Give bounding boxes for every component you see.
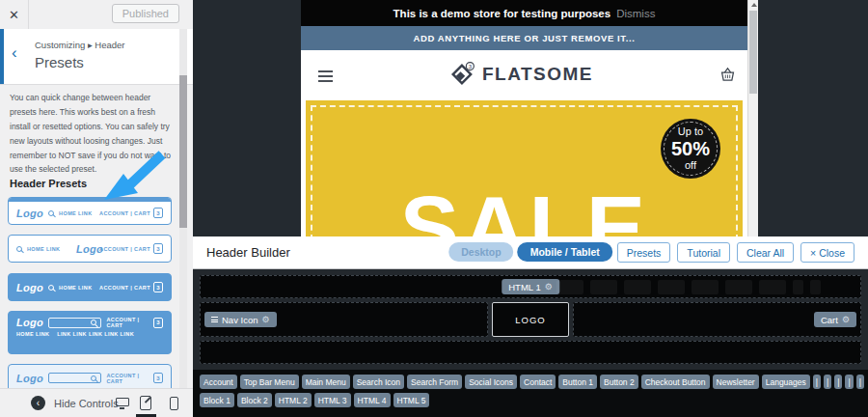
palette-item-html-3[interactable]: HTML 3 [314,393,351,407]
palette-item-search-form[interactable]: Search Form [407,375,462,389]
cart-element-chip[interactable]: Cart ⚙ [814,312,856,327]
x-icon: ✕ [9,9,19,21]
site-logo[interactable]: 3 FLATSOME [448,61,593,88]
builder-main-row: Nav Icon ⚙ LOGO Cart ⚙ [200,302,861,337]
collapse-sidebar-button[interactable]: ‹ [31,396,45,410]
search-icon [16,246,22,252]
chip-label: Cart [821,315,838,325]
palette-item-social-icons[interactable]: Social Icons [465,375,517,389]
chip-label: HTML 1 [508,282,540,292]
preset-account: ACCOUNT | CART [99,210,150,216]
search-field [48,318,101,328]
cart-icon: 3 [153,373,163,383]
gear-icon[interactable]: ⚙ [842,315,850,324]
preview-scrollbar-thumb[interactable] [749,11,757,94]
preset-logo: Logo [16,373,43,384]
palette-item-button-1[interactable]: Button 1 [558,375,597,389]
preset-account: ACCOUNT | CART [106,373,150,384]
preview-scrollbar[interactable] [747,0,758,236]
builder-title: Header Builder [206,245,290,260]
mobile-tablet-toggle-button[interactable]: Mobile / Tablet [518,242,612,262]
panel-header: ‹ Customizing ▸ Header Presets [0,29,193,85]
customizer-sidebar: ✕ Published ‹ Customizing ▸ Header Prese… [0,0,193,417]
desktop-preview-icon[interactable] [116,398,129,406]
chevron-left-icon: ‹ [37,398,40,408]
nav-icon-element-chip[interactable]: Nav Icon ⚙ [204,312,277,327]
palette-item-account[interactable]: Account [200,375,237,389]
element-palette: Account Top Bar Menu Main Menu Search Ic… [193,370,868,417]
palette-item-html-2[interactable]: HTML 2 [275,393,312,407]
scroll-up-arrow-icon[interactable] [751,3,757,7]
tutorial-button[interactable]: Tutorial [677,242,730,263]
html1-element-chip[interactable]: HTML 1 ⚙ [502,279,559,294]
close-builder-button[interactable]: × Close [800,242,854,263]
palette-item-top-bar-menu[interactable]: Top Bar Menu [240,375,299,389]
top-promo-bar[interactable]: ADD ANYTHING HERE OR JUST REMOVE IT... [301,26,758,50]
palette-item-divider[interactable]: | [834,375,842,389]
header-preset-2[interactable]: HOME LINK Logo ACCOUNT | CART 3 [8,235,172,263]
hide-controls-label[interactable]: Hide Controls [54,398,119,409]
sidebar-scrollbar-thumb[interactable] [179,75,187,228]
device-toggle: Desktop Mobile / Tablet [448,242,612,262]
logo-cell-label: LOGO [515,315,545,325]
badge-line1: Up to [678,125,703,138]
notice-text: This is a demo store for testing purpose… [393,8,611,19]
phone-preview-icon[interactable] [170,397,178,410]
hamburger-menu-icon[interactable] [318,70,333,82]
preset-links: HOME LINK [59,285,92,291]
palette-item-button-2[interactable]: Button 2 [600,375,638,389]
cart-icon: 3 [153,318,163,328]
palette-item-divider[interactable]: | [856,375,864,389]
palette-item-block-1[interactable]: Block 1 [200,393,234,407]
hamburger-icon [211,317,218,322]
preset-list: Logo HOME LINK ACCOUNT | CART 3 HOME LIN… [8,197,172,392]
palette-item-contact[interactable]: Contact [520,375,556,389]
header-preset-3[interactable]: Logo HOME LINK ACCOUNT | CART 3 [8,273,172,301]
header-preset-4[interactable]: Logo ACCOUNT | CART 3 HOME LINK LINK LIN… [8,311,172,354]
search-icon [48,210,54,216]
palette-item-divider[interactable]: | [845,375,853,389]
tablet-preview-icon[interactable] [140,396,151,410]
preset-account: ACCOUNT | CART [106,317,150,328]
palette-item-divider[interactable]: | [824,375,831,389]
desktop-toggle-button[interactable]: Desktop [448,242,513,262]
hidden-item-ghost [793,280,803,294]
hidden-item-ghost [590,280,617,294]
close-customizer-icon[interactable]: ✕ [0,0,29,29]
annotation-arrow [96,150,169,203]
palette-item-main-menu[interactable]: Main Menu [302,375,350,389]
badge-line3: off [685,159,696,172]
palette-item-newsletter[interactable]: Newsletter [713,375,759,389]
preset-account: ACCOUNT | CART [99,246,150,252]
search-field [48,373,101,383]
sidebar-scrollbar[interactable] [179,29,187,388]
presets-heading: Header Presets [10,178,87,189]
palette-item-checkout-button[interactable]: Checkout Button [641,375,710,389]
palette-item-html-5[interactable]: HTML 5 [393,393,430,407]
palette-item-html-4[interactable]: HTML 4 [354,393,391,407]
back-chevron-icon[interactable]: ‹ [12,44,17,61]
hidden-items [556,280,821,294]
builder-bottom-row[interactable] [200,341,861,364]
main-row-left-cell[interactable]: Nav Icon ⚙ [200,302,488,337]
clear-all-button[interactable]: Clear All [737,242,794,263]
gear-icon[interactable]: ⚙ [262,315,270,324]
published-button[interactable]: Published [112,4,179,23]
palette-item-divider[interactable]: | [813,375,821,389]
sale-headline: SALE [306,183,743,236]
gear-icon[interactable]: ⚙ [545,282,553,292]
presets-button[interactable]: Presets [617,242,671,263]
cart-icon: 3 [153,208,163,218]
main-row-right-cell[interactable]: Cart ⚙ [573,302,861,337]
builder-top-row[interactable]: HTML 1 ⚙ [200,275,861,298]
accent-strip [0,29,4,84]
palette-item-block-2[interactable]: Block 2 [237,393,272,407]
brand-name: FLATSOME [482,64,593,85]
preset-logo: Logo [16,317,43,328]
dismiss-link[interactable]: Dismiss [616,8,655,19]
cart-basket-icon[interactable] [719,66,737,88]
palette-item-languages[interactable]: Languages [762,375,810,389]
logo-cell[interactable]: LOGO [492,302,569,337]
palette-row-1: Account Top Bar Menu Main Menu Search Ic… [200,375,868,389]
palette-item-search-icon[interactable]: Search Icon [353,375,404,389]
